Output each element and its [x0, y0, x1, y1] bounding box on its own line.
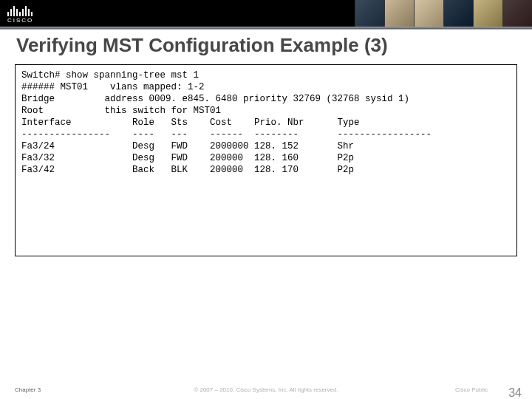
cisco-logo-bars	[7, 3, 33, 16]
page-number: 34	[508, 386, 522, 399]
slide-title: Verifying MST Configuration Example (3)	[16, 34, 532, 57]
header-photo-strip	[355, 0, 532, 27]
terminal-line: Fa3/32 Desg FWD 200000 128. 160 P2p	[21, 153, 354, 163]
footer-publication: Cisco Public	[455, 386, 488, 393]
header-photo	[414, 0, 443, 27]
cisco-logo-text: CISCO	[7, 17, 33, 24]
terminal-line: ---------------- ---- --- ------ -------…	[21, 129, 432, 140]
terminal-line: Bridge address 0009. e845. 6480 priority…	[21, 94, 409, 104]
header-photo	[443, 0, 473, 27]
cisco-logo: CISCO	[7, 3, 33, 24]
footer: Chapter 3 © 2007 – 2010, Cisco Systems, …	[0, 386, 532, 393]
terminal-line: Fa3/42 Back BLK 200000 128. 170 P2p	[21, 165, 354, 175]
header-photo	[355, 0, 384, 27]
terminal-line: Root this switch for MST01	[21, 106, 221, 116]
footer-copyright: © 2007 – 2010, Cisco Systems, Inc. All r…	[194, 386, 338, 393]
footer-chapter: Chapter 3	[15, 386, 41, 393]
header-bar: CISCO	[0, 0, 532, 27]
header-photo	[502, 0, 532, 27]
header-photo	[473, 0, 502, 27]
terminal-line: ###### MST01 vlans mapped: 1-2	[21, 82, 205, 92]
header-photo	[384, 0, 414, 27]
header-underbar	[0, 27, 532, 30]
terminal-line: Switch# show spanning-tree mst 1	[21, 70, 199, 81]
terminal-output: Switch# show spanning-tree mst 1 ###### …	[15, 64, 517, 256]
terminal-line: Interface Role Sts Cost Prio. Nbr Type	[21, 117, 360, 128]
terminal-line: Fa3/24 Desg FWD 2000000 128. 152 Shr	[21, 141, 354, 151]
